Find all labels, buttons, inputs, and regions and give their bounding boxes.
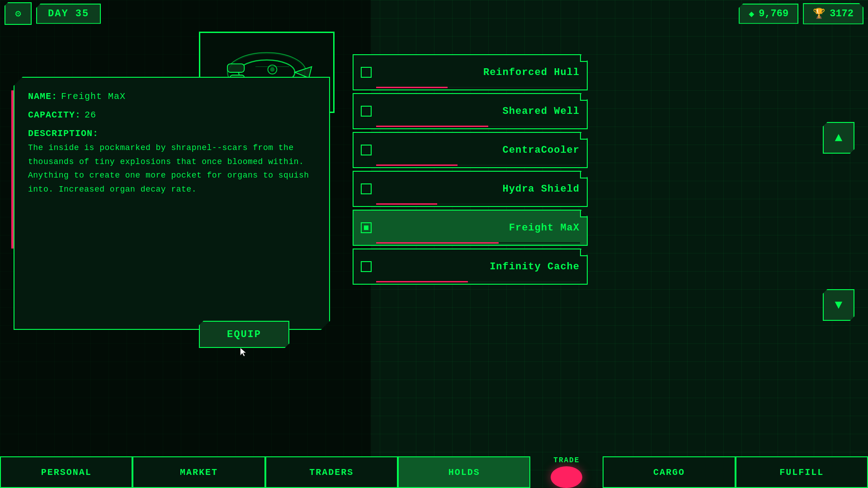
item-progress-container xyxy=(376,203,580,206)
capacity-row: CAPACITY: 26 xyxy=(28,110,316,120)
svg-rect-9 xyxy=(364,225,368,230)
currency-value: 9,769 xyxy=(759,8,788,19)
bottom-navigation: PERSONAL MARKET TRADERS HOLDS TRADE CARG… xyxy=(0,456,868,488)
currency-display: ◆ 9,769 xyxy=(739,4,798,24)
name-label: NAME: xyxy=(28,91,57,102)
day-display: DAY 35 xyxy=(36,4,101,24)
item-progress-container xyxy=(376,126,580,128)
settings-button[interactable]: ⚙ xyxy=(5,2,32,25)
cursor-indicator xyxy=(240,348,249,357)
scroll-controls: ▲ ▼ xyxy=(823,122,854,321)
item-name: CentraCooler xyxy=(378,145,580,156)
scroll-up-button[interactable]: ▲ xyxy=(823,122,854,154)
main-content: NAME: Freight MaX CAPACITY: 26 DESCRIPTI… xyxy=(0,32,868,456)
description-row: DESCRIPTION: The inside is pockmarked by… xyxy=(28,128,316,196)
items-list: Reinforced HullSheared WellCentraCoolerH… xyxy=(353,54,588,285)
gear-icon: ⚙ xyxy=(15,8,21,20)
item-name: Infinity Cache xyxy=(378,261,580,272)
item-row[interactable]: Sheared Well xyxy=(353,93,588,129)
info-panel: NAME: Freight MaX CAPACITY: 26 DESCRIPTI… xyxy=(14,77,330,330)
item-name: Hydra Shield xyxy=(378,183,580,195)
trophy-value: 3172 xyxy=(830,8,854,19)
item-checkbox[interactable] xyxy=(361,261,372,272)
equip-label: EQUIP xyxy=(227,329,261,340)
item-checkbox[interactable] xyxy=(361,67,372,78)
cargo-label: CARGO xyxy=(653,467,685,478)
nav-personal-button[interactable]: PERSONAL xyxy=(0,456,132,488)
item-name: Reinforced Hull xyxy=(378,67,580,78)
trade-circle-button[interactable] xyxy=(551,466,582,488)
item-checkbox[interactable] xyxy=(361,145,372,155)
trade-label: TRADE xyxy=(553,456,580,465)
name-row: NAME: Freight MaX xyxy=(28,91,316,102)
item-name: Freight MaX xyxy=(378,222,580,234)
item-checkbox[interactable] xyxy=(361,106,372,117)
personal-label: PERSONAL xyxy=(41,467,92,478)
description-text: The inside is pockmarked by shrapnel--sc… xyxy=(28,141,316,196)
top-right-stats: ◆ 9,769 🏆 3172 xyxy=(739,3,863,24)
trophy-display: 🏆 3172 xyxy=(803,3,863,24)
item-progress-container xyxy=(376,242,580,245)
name-value: Freight MaX xyxy=(61,91,126,102)
item-row[interactable]: Reinforced Hull xyxy=(353,54,588,90)
traders-label: TRADERS xyxy=(309,467,354,478)
item-corner-decoration xyxy=(580,133,587,140)
svg-point-5 xyxy=(270,67,274,72)
nav-market-button[interactable]: MARKET xyxy=(132,456,265,488)
nav-holds-button[interactable]: HOLDS xyxy=(398,456,530,488)
nav-traders-button[interactable]: TRADERS xyxy=(265,456,398,488)
capacity-label: CAPACITY: xyxy=(28,110,81,120)
item-corner-decoration xyxy=(580,94,587,101)
equip-button[interactable]: EQUIP xyxy=(199,321,289,348)
capacity-value: 26 xyxy=(85,110,96,120)
description-label: DESCRIPTION: xyxy=(28,128,99,139)
nav-cargo-button[interactable]: CARGO xyxy=(603,456,735,488)
item-row[interactable]: Infinity Cache xyxy=(353,249,588,285)
item-progress-container xyxy=(376,87,580,89)
nav-fulfill-button[interactable]: FULFILL xyxy=(736,456,868,488)
item-corner-decoration xyxy=(580,211,587,217)
item-row[interactable]: Freight MaX xyxy=(353,210,588,246)
currency-icon: ◆ xyxy=(749,8,754,19)
item-progress-container xyxy=(376,281,580,284)
top-bar: ⚙ DAY 35 ◆ 9,769 🏆 3172 xyxy=(0,0,868,27)
item-name: Sheared Well xyxy=(378,106,580,117)
scroll-down-button[interactable]: ▼ xyxy=(823,289,854,321)
item-row[interactable]: CentraCooler xyxy=(353,132,588,168)
item-progress-container xyxy=(376,164,580,167)
item-corner-decoration xyxy=(580,249,587,256)
svg-rect-2 xyxy=(227,64,244,72)
item-corner-decoration xyxy=(580,172,587,178)
trophy-icon: 🏆 xyxy=(813,8,825,20)
market-label: MARKET xyxy=(180,467,218,478)
holds-label: HOLDS xyxy=(448,467,480,478)
item-corner-decoration xyxy=(580,55,587,62)
item-checkbox[interactable] xyxy=(361,222,372,233)
item-row[interactable]: Hydra Shield xyxy=(353,171,588,207)
fulfill-label: FULFILL xyxy=(779,467,824,478)
item-checkbox[interactable] xyxy=(361,183,372,194)
trade-area: TRADE xyxy=(530,456,603,488)
